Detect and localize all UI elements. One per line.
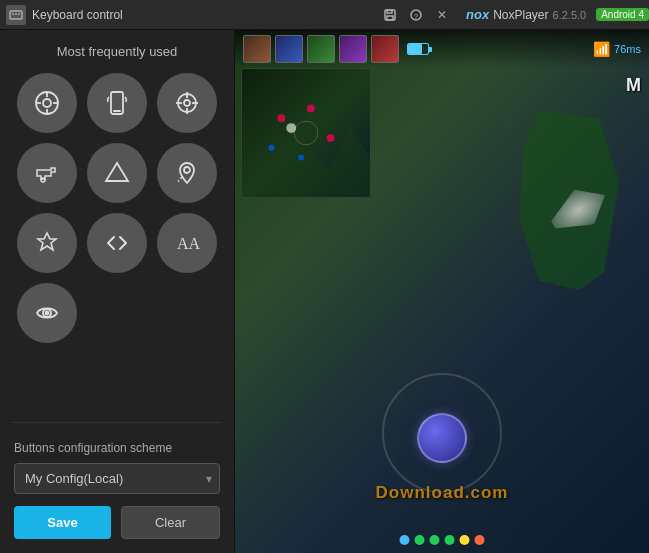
joystick-ball <box>417 413 467 463</box>
shake-btn[interactable] <box>87 73 147 133</box>
nox-name: NoxPlayer <box>493 8 548 22</box>
battery-icon <box>407 43 429 55</box>
svg-point-29 <box>46 312 49 315</box>
minimap <box>241 68 371 198</box>
svg-point-37 <box>294 121 318 145</box>
hero-avatar-1 <box>243 35 271 63</box>
svg-point-34 <box>269 145 275 151</box>
titlebar-actions: ? ✕ <box>378 3 454 27</box>
nox-logo: nox <box>466 7 489 22</box>
left-panel: Most frequently used <box>0 30 235 553</box>
gun-btn[interactable] <box>17 143 77 203</box>
app-icon <box>6 5 26 25</box>
android-badge: Android 4 <box>596 8 649 21</box>
svg-point-18 <box>184 100 190 106</box>
main-layout: Most frequently used <box>0 30 649 553</box>
hero-avatar-2 <box>275 35 303 63</box>
config-label: Buttons configuration scheme <box>14 441 220 455</box>
section-title: Most frequently used <box>12 44 222 59</box>
wifi-icon: 📶 <box>593 41 610 57</box>
latency-text: 76ms <box>614 43 641 55</box>
svg-point-35 <box>298 155 304 161</box>
action-buttons: Save Clear <box>14 506 220 539</box>
clear-button[interactable]: Clear <box>121 506 220 539</box>
script-btn[interactable] <box>87 213 147 273</box>
svg-marker-30 <box>262 128 370 197</box>
svg-text:AA: AA <box>177 235 201 252</box>
dot-6 <box>475 535 485 545</box>
hero-avatar-3 <box>307 35 335 63</box>
dot-4 <box>445 535 455 545</box>
dot-1 <box>400 535 410 545</box>
multitap-btn[interactable] <box>17 213 77 273</box>
svg-marker-26 <box>38 233 56 250</box>
nox-version: 6.2.5.0 <box>553 9 587 21</box>
game-panel: 📶 76ms <box>235 30 649 553</box>
text-btn[interactable]: AA <box>157 213 217 273</box>
help-titlebar-btn[interactable]: ? <box>404 3 428 27</box>
titlebar: Keyboard control ? ✕ nox NoxPlayer 6.2.5… <box>0 0 649 30</box>
save-button[interactable]: Save <box>14 506 111 539</box>
svg-text:?: ? <box>414 12 418 19</box>
game-hud: 📶 76ms <box>235 30 649 68</box>
config-select-wrapper[interactable]: My Config(Local) Default Custom 1 Custom… <box>14 463 220 494</box>
svg-marker-24 <box>106 163 128 181</box>
svg-point-32 <box>307 104 315 112</box>
svg-point-10 <box>43 99 51 107</box>
close-titlebar-btn[interactable]: ✕ <box>430 3 454 27</box>
game-screen: 📶 76ms <box>235 30 649 553</box>
watermark: Download.com <box>376 483 509 503</box>
config-select[interactable]: My Config(Local) Default Custom 1 Custom… <box>14 463 220 494</box>
icon-grid: AA <box>12 73 222 343</box>
dot-5 <box>460 535 470 545</box>
nox-brand: nox NoxPlayer 6.2.5.0 Android 4 <box>466 7 649 22</box>
window-title: Keyboard control <box>32 8 378 22</box>
svg-point-31 <box>277 114 285 122</box>
icons-section: Most frequently used <box>0 30 234 414</box>
score-display: M <box>626 75 641 96</box>
eye-btn[interactable] <box>17 283 77 343</box>
bottom-section: Buttons configuration scheme My Config(L… <box>0 431 234 553</box>
svg-rect-5 <box>387 10 392 13</box>
svg-point-23 <box>41 178 45 182</box>
joystick-btn[interactable] <box>17 73 77 133</box>
dot-3 <box>430 535 440 545</box>
hero-avatar-5 <box>371 35 399 63</box>
divider <box>12 422 222 423</box>
crosshair-btn[interactable] <box>157 73 217 133</box>
svg-point-25 <box>184 167 190 173</box>
bottom-indicator <box>400 535 485 545</box>
skill-btn[interactable] <box>87 143 147 203</box>
hero-avatar-4 <box>339 35 367 63</box>
save-titlebar-btn[interactable] <box>378 3 402 27</box>
svg-point-33 <box>327 134 335 142</box>
location-btn[interactable] <box>157 143 217 203</box>
dot-2 <box>415 535 425 545</box>
svg-rect-6 <box>387 16 393 20</box>
